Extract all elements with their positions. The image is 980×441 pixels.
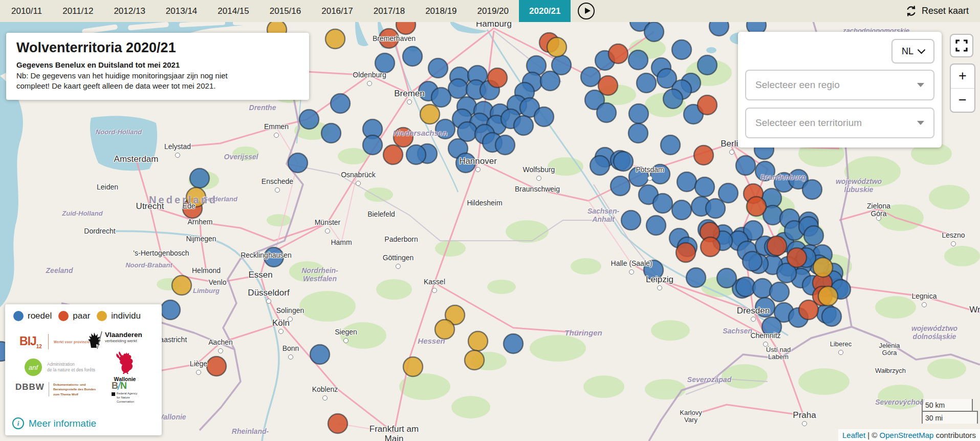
tab-2018-19[interactable]: 2018/19 bbox=[415, 0, 467, 22]
territory-marker-roedel[interactable] bbox=[288, 153, 308, 173]
territory-marker-paar[interactable] bbox=[767, 236, 787, 256]
tab-2019-20[interactable]: 2019/20 bbox=[467, 0, 519, 22]
territory-marker-roedel[interactable] bbox=[770, 282, 789, 302]
territory-marker-roedel[interactable] bbox=[706, 199, 725, 218]
territory-marker-roedel[interactable] bbox=[621, 211, 641, 230]
territory-marker-roedel[interactable] bbox=[663, 89, 683, 109]
leaflet-link[interactable]: Leaflet bbox=[842, 431, 865, 439]
fullscreen-button[interactable] bbox=[950, 34, 973, 57]
territory-marker-roedel[interactable] bbox=[650, 164, 670, 184]
territory-marker-paar[interactable] bbox=[328, 414, 347, 433]
territory-marker-roedel[interactable] bbox=[695, 177, 714, 197]
territory-marker-roedel[interactable] bbox=[590, 156, 609, 175]
territory-marker-roedel[interactable] bbox=[628, 50, 648, 70]
territory-marker-roedel[interactable] bbox=[363, 135, 382, 155]
territory-marker-roedel[interactable] bbox=[822, 307, 841, 326]
territory-select[interactable]: Selecteer een territorium bbox=[745, 108, 934, 138]
territory-marker-paar[interactable] bbox=[598, 76, 618, 95]
territory-marker-roedel[interactable] bbox=[743, 251, 762, 271]
tab-2015-16[interactable]: 2015/16 bbox=[259, 0, 311, 22]
territory-marker-roedel[interactable] bbox=[661, 135, 680, 155]
territory-marker-roedel[interactable] bbox=[611, 176, 630, 196]
territory-marker-individu[interactable] bbox=[172, 276, 191, 295]
territory-marker-roedel[interactable] bbox=[804, 226, 823, 245]
territory-marker-roedel[interactable] bbox=[628, 123, 648, 143]
territory-marker-paar[interactable] bbox=[698, 95, 717, 115]
tab-2011-12[interactable]: 2011/12 bbox=[52, 0, 103, 22]
more-info-link[interactable]: i Meer informatie bbox=[12, 417, 96, 429]
territory-marker-individu[interactable] bbox=[547, 37, 567, 57]
territory-marker-roedel[interactable] bbox=[504, 334, 523, 353]
territory-marker-roedel[interactable] bbox=[534, 107, 554, 127]
territory-marker-roedel[interactable] bbox=[644, 22, 664, 41]
territory-marker-roedel[interactable] bbox=[331, 94, 350, 113]
territory-marker-paar[interactable] bbox=[383, 145, 403, 164]
territory-marker-individu[interactable] bbox=[818, 286, 838, 306]
territory-marker-roedel[interactable] bbox=[581, 67, 600, 87]
territory-marker-paar[interactable] bbox=[207, 356, 226, 376]
territory-marker-roedel[interactable] bbox=[264, 247, 284, 267]
territory-marker-roedel[interactable] bbox=[736, 156, 755, 175]
territory-marker-individu[interactable] bbox=[435, 320, 454, 339]
zoom-out-button[interactable]: − bbox=[951, 89, 974, 112]
territory-marker-roedel[interactable] bbox=[514, 116, 533, 135]
tab-2017-18[interactable]: 2017/18 bbox=[363, 0, 415, 22]
territory-marker-roedel[interactable] bbox=[698, 55, 717, 75]
territory-marker-paar[interactable] bbox=[747, 197, 766, 216]
territory-marker-paar[interactable] bbox=[608, 44, 628, 64]
territory-marker-roedel[interactable] bbox=[428, 58, 448, 78]
territory-marker-paar[interactable] bbox=[787, 248, 807, 267]
territory-marker-roedel[interactable] bbox=[299, 110, 319, 129]
territory-marker-roedel[interactable] bbox=[677, 172, 696, 192]
zoom-in-button[interactable]: + bbox=[951, 65, 974, 89]
territory-marker-roedel[interactable] bbox=[755, 298, 775, 317]
tab-2012-13[interactable]: 2012/13 bbox=[103, 0, 155, 22]
territory-marker-paar[interactable] bbox=[694, 145, 713, 165]
territory-marker-roedel[interactable] bbox=[686, 268, 706, 287]
territory-marker-roedel[interactable] bbox=[375, 53, 395, 73]
tab-2010-11[interactable]: 2010/11 bbox=[1, 0, 52, 22]
territory-marker-paar[interactable] bbox=[379, 29, 399, 48]
territory-marker-roedel[interactable] bbox=[637, 73, 656, 93]
territory-marker-roedel[interactable] bbox=[644, 260, 663, 280]
territory-marker-roedel[interactable] bbox=[495, 135, 515, 155]
territory-marker-roedel[interactable] bbox=[435, 119, 455, 139]
play-button[interactable] bbox=[578, 3, 595, 19]
territory-marker-roedel[interactable] bbox=[762, 317, 781, 337]
language-select[interactable]: NL bbox=[891, 39, 934, 64]
territory-marker-roedel[interactable] bbox=[458, 122, 477, 141]
territory-marker-roedel[interactable] bbox=[431, 88, 451, 107]
territory-marker-roedel[interactable] bbox=[718, 183, 738, 203]
territory-marker-roedel[interactable] bbox=[646, 216, 666, 235]
territory-marker-individu[interactable] bbox=[420, 104, 440, 124]
territory-marker-roedel[interactable] bbox=[717, 268, 736, 288]
territory-marker-roedel[interactable] bbox=[802, 180, 822, 199]
territory-marker-roedel[interactable] bbox=[629, 167, 648, 186]
territory-marker-roedel[interactable] bbox=[629, 104, 648, 123]
territory-marker-roedel[interactable] bbox=[190, 169, 209, 188]
territory-marker-roedel[interactable] bbox=[653, 194, 672, 213]
territory-marker-individu[interactable] bbox=[403, 357, 423, 376]
territory-marker-individu[interactable] bbox=[325, 29, 345, 49]
territory-marker-individu[interactable] bbox=[465, 350, 484, 370]
territory-marker-roedel[interactable] bbox=[403, 47, 422, 66]
territory-marker-roedel[interactable] bbox=[597, 103, 616, 122]
territory-marker-paar[interactable] bbox=[394, 128, 413, 147]
territory-marker-paar[interactable] bbox=[799, 300, 818, 320]
territory-marker-individu[interactable] bbox=[186, 187, 206, 207]
region-select[interactable]: Selecteer een regio bbox=[745, 70, 934, 100]
territory-marker-roedel[interactable] bbox=[552, 55, 571, 75]
territory-marker-individu[interactable] bbox=[813, 258, 833, 277]
territory-marker-roedel[interactable] bbox=[456, 153, 475, 173]
territory-marker-paar[interactable] bbox=[676, 243, 695, 262]
tab-2014-15[interactable]: 2014/15 bbox=[207, 0, 259, 22]
tab-2016-17[interactable]: 2016/17 bbox=[311, 0, 363, 22]
territory-marker-roedel[interactable] bbox=[161, 300, 180, 320]
reset-map-button[interactable]: Reset kaart bbox=[902, 0, 972, 22]
territory-marker-roedel[interactable] bbox=[753, 279, 772, 298]
territory-marker-roedel[interactable] bbox=[672, 200, 691, 220]
territory-marker-individu[interactable] bbox=[468, 331, 488, 351]
osm-link[interactable]: OpenStreetMap bbox=[880, 431, 934, 439]
territory-marker-roedel[interactable] bbox=[672, 40, 691, 59]
territory-marker-roedel[interactable] bbox=[755, 161, 775, 181]
